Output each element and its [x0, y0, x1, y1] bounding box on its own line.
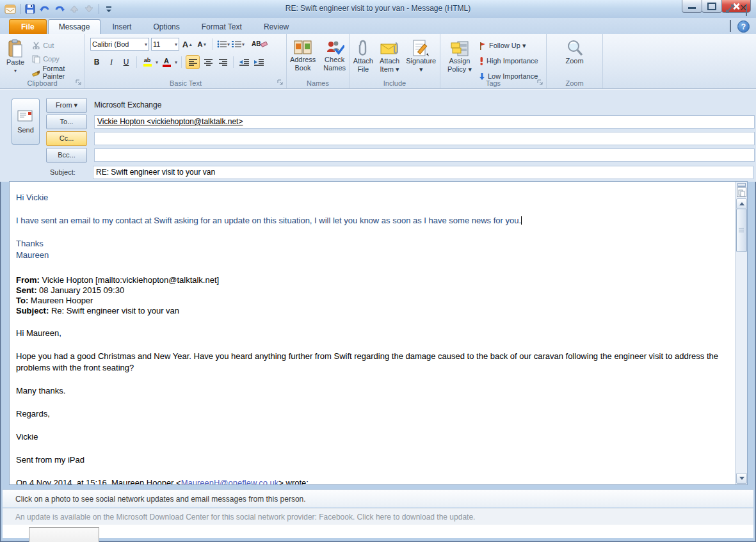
- underline-button[interactable]: U: [120, 56, 133, 68]
- quoted-paragraph: Hope you had a good Christmas and New Ye…: [16, 351, 732, 374]
- close-notification-icon[interactable]: ✕: [739, 3, 747, 12]
- follow-up-button[interactable]: Follow Up ▾: [479, 39, 538, 52]
- reply-email-link[interactable]: MaureenH@oneflew.co.uk: [181, 478, 279, 484]
- format-painter-icon: [32, 68, 40, 77]
- vertical-scrollbar[interactable]: [735, 182, 747, 484]
- font-color-swatch: [163, 65, 171, 67]
- group-zoom: Zoom Zoom: [547, 34, 603, 88]
- bcc-row: Bcc...: [46, 148, 755, 162]
- message-body-text[interactable]: Hi Vickie I have sent an email to my con…: [10, 182, 736, 484]
- from-button[interactable]: From ▾: [46, 98, 87, 113]
- font-color-button[interactable]: A: [160, 56, 173, 68]
- high-importance-button[interactable]: High Importance: [479, 54, 538, 67]
- cc-button[interactable]: Cc...: [46, 131, 87, 146]
- tab-options[interactable]: Options: [143, 20, 189, 34]
- align-right-button[interactable]: [216, 56, 229, 68]
- clear-formatting-button[interactable]: AB: [252, 38, 268, 51]
- scrollbar-thumb[interactable]: [736, 209, 747, 252]
- attach-item-label: Attach Item ▾: [380, 57, 399, 74]
- dialog-launcher-icon[interactable]: [76, 79, 83, 87]
- increase-indent-icon: [253, 58, 264, 67]
- address-book-button[interactable]: Address Book: [287, 36, 318, 72]
- tab-message[interactable]: Message: [48, 19, 101, 34]
- minimize-button[interactable]: [682, 0, 702, 13]
- attach-item-button[interactable]: Attach Item ▾: [377, 36, 402, 74]
- zoom-label: Zoom: [565, 57, 583, 65]
- numbering-button[interactable]: ▾: [232, 38, 245, 51]
- group-label-clipboard: Clipboard: [0, 79, 84, 87]
- group-include: Attach File Attach Item ▾ Signature ▾ In…: [350, 34, 440, 88]
- copy-icon: [32, 55, 40, 63]
- to-field[interactable]: Vickie Hopton <vickiehopton@talktalk.net…: [94, 115, 755, 129]
- bullets-button[interactable]: ▾: [217, 38, 230, 51]
- quoted-thanks: Many thanks.: [16, 385, 732, 397]
- increase-indent-button[interactable]: [252, 56, 265, 68]
- grow-font-button[interactable]: A▲: [181, 38, 194, 51]
- scroll-up-button[interactable]: [736, 198, 747, 209]
- subject-field[interactable]: RE: Swift engineer visit to your van: [93, 166, 753, 179]
- font-size-select[interactable]: 11 ▾: [151, 38, 179, 51]
- tab-insert[interactable]: Insert: [102, 20, 141, 34]
- copy-button[interactable]: Copy: [32, 52, 83, 65]
- chevron-down-icon[interactable]: ▾: [175, 60, 177, 65]
- clear-formatting-label: AB: [252, 42, 261, 47]
- quoted-to-value: Maureen Hooper: [28, 296, 93, 305]
- dialog-launcher-icon[interactable]: [277, 79, 285, 87]
- cc-field[interactable]: [94, 132, 755, 145]
- collapse-ribbon-icon[interactable]: [730, 21, 731, 33]
- notification-message: An update is available on the Microsoft …: [15, 513, 475, 522]
- send-button[interactable]: Send: [12, 99, 40, 145]
- quoted-to-label: To:: [16, 296, 28, 305]
- group-clipboard: Paste ▾ Cut Copy Format Painter: [0, 34, 85, 88]
- high-importance-label: High Importance: [487, 57, 538, 65]
- cut-button[interactable]: Cut: [32, 39, 83, 52]
- tab-file[interactable]: File: [9, 19, 47, 34]
- paste-dropdown-arrow[interactable]: ▾: [14, 67, 17, 75]
- decrease-indent-button[interactable]: [237, 56, 250, 68]
- font-family-select[interactable]: Calibri (Bod ▾: [90, 38, 149, 51]
- format-painter-button[interactable]: Format Painter: [32, 66, 83, 79]
- contact-photo-placeholder[interactable]: [29, 527, 99, 542]
- tab-format-text[interactable]: Format Text: [191, 20, 252, 34]
- bcc-field[interactable]: [94, 148, 755, 162]
- format-painter-label: Format Painter: [42, 65, 83, 80]
- people-pane-header[interactable]: Click on a photo to see social network u…: [3, 490, 753, 507]
- ribbon: Paste ▾ Cut Copy Format Painter: [0, 34, 756, 89]
- signature-button[interactable]: Signature ▾: [403, 36, 438, 74]
- message-body[interactable]: Hi Vickie I have sent an email to my con…: [9, 181, 748, 485]
- chevron-down-icon[interactable]: ▾: [156, 60, 158, 65]
- cc-row: Cc...: [46, 131, 755, 145]
- help-icon[interactable]: ?: [737, 20, 750, 33]
- window-title: RE: Swift engineer visit to your van - M…: [0, 0, 756, 17]
- to-recipient[interactable]: Vickie Hopton <vickiehopton@talktalk.net…: [97, 117, 243, 126]
- quoted-from-label: From:: [16, 275, 40, 285]
- bcc-button[interactable]: Bcc...: [46, 148, 87, 163]
- group-basic-text: Calibri (Bod ▾ 11 ▾ A▲ A▼ ▾ ▾ AB: [85, 34, 287, 88]
- quoted-subject-label: Subject:: [16, 306, 49, 315]
- italic-button[interactable]: I: [105, 56, 118, 68]
- paste-button[interactable]: Paste ▾: [4, 36, 27, 79]
- check-names-button[interactable]: Check Names: [321, 36, 348, 72]
- dialog-launcher-icon[interactable]: [537, 79, 545, 87]
- maximize-button[interactable]: [702, 0, 722, 13]
- browse-object-icon[interactable]: [737, 187, 746, 197]
- split-handle[interactable]: [737, 183, 746, 187]
- send-label: Send: [17, 126, 34, 134]
- expand-pane-icon[interactable]: [726, 4, 734, 15]
- bold-button[interactable]: B: [90, 56, 103, 68]
- align-center-button[interactable]: [202, 56, 214, 68]
- high-importance-icon: [479, 57, 484, 65]
- zoom-button[interactable]: Zoom: [563, 36, 586, 65]
- attach-file-button[interactable]: Attach File: [351, 36, 376, 74]
- shrink-font-button[interactable]: A▼: [196, 38, 209, 51]
- bullets-icon: [217, 40, 227, 48]
- assign-policy-button[interactable]: Assign Policy ▾: [440, 36, 479, 83]
- to-button[interactable]: To...: [46, 115, 87, 129]
- text-highlight-button[interactable]: ab: [141, 56, 154, 68]
- quoted-regards: Regards,: [16, 408, 732, 420]
- tab-review[interactable]: Review: [253, 20, 299, 34]
- social-update-notification[interactable]: An update is available on the Microsoft …: [3, 508, 753, 525]
- align-left-button[interactable]: [186, 55, 200, 69]
- scroll-down-button[interactable]: [736, 473, 747, 484]
- attach-item-icon: [380, 39, 399, 57]
